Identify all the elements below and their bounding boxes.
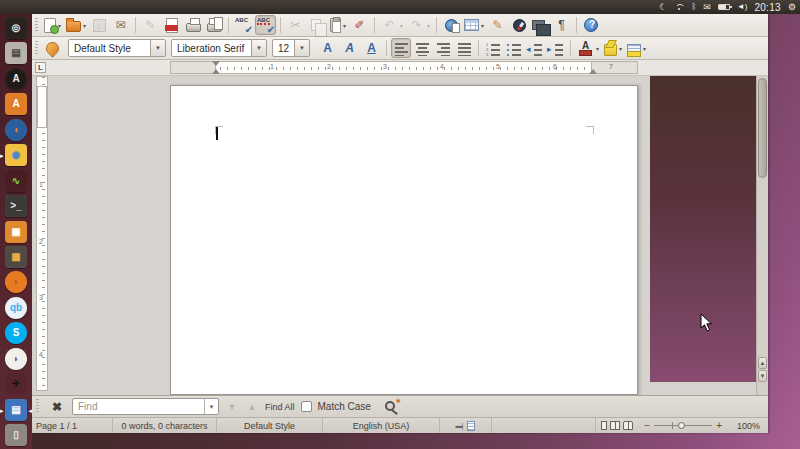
toolbar-handle[interactable] <box>35 18 38 33</box>
undo-button[interactable]: ↶▾ <box>379 15 405 35</box>
edit-file-button[interactable]: ✎ <box>140 15 161 35</box>
moon-icon[interactable]: ☾ <box>659 3 667 12</box>
hanging-indent-marker[interactable] <box>212 69 220 74</box>
bluetooth-icon[interactable]: ᛒ <box>691 3 696 11</box>
styles-sidebar-button[interactable] <box>42 38 62 58</box>
draw-functions-button[interactable]: ✎ <box>487 15 508 35</box>
find-input[interactable]: Find ▼ <box>72 398 219 415</box>
find-next-button[interactable]: ▼ <box>225 402 239 412</box>
toolbar-handle[interactable] <box>35 41 38 56</box>
zoom-level[interactable]: 100% <box>728 418 768 433</box>
right-indent-marker[interactable] <box>589 69 597 74</box>
bold-button[interactable]: A <box>317 38 338 58</box>
highlighting-button[interactable]: ▾ <box>602 38 624 58</box>
battery-icon[interactable] <box>718 4 730 10</box>
launcher-item-dash-home[interactable]: ▸ ◎ ◂ <box>0 16 32 40</box>
launcher-item-a-circle-app[interactable]: ▸ A ◂ <box>0 67 32 91</box>
underline-button[interactable]: A <box>361 38 382 58</box>
spelling-button[interactable] <box>233 15 254 35</box>
multi-page-view-button[interactable] <box>610 421 620 430</box>
chevron-down-icon[interactable]: ▼ <box>204 399 218 414</box>
selection-mode-icon[interactable] <box>467 421 475 431</box>
launcher-item-software-center[interactable]: ▸ A ◂ <box>0 92 32 116</box>
numbered-list-button[interactable] <box>483 38 503 58</box>
export-pdf-button[interactable] <box>162 15 182 35</box>
word-count[interactable]: 0 words, 0 characters <box>113 418 217 433</box>
navigator-button[interactable] <box>509 15 529 35</box>
document-page[interactable] <box>170 85 638 395</box>
launcher-item-firefox[interactable]: ▸ ◖ ◂ <box>0 118 32 142</box>
increase-indent-button[interactable] <box>546 38 566 58</box>
find-and-replace-icon[interactable] <box>385 401 395 411</box>
align-center-button[interactable] <box>412 38 432 58</box>
bullet-list-button[interactable] <box>504 38 524 58</box>
zoom-out-button[interactable]: − <box>644 421 650 431</box>
scrollbar-thumb[interactable] <box>758 78 767 178</box>
chevron-down-icon[interactable]: ▼ <box>251 40 266 56</box>
font-size-combo[interactable]: 12 ▼ <box>272 39 310 57</box>
launcher-item-photos[interactable]: ▸ ▣ ◂ <box>0 220 32 244</box>
zoom-thumb[interactable] <box>678 422 685 429</box>
scroll-up-button[interactable]: ▲ <box>758 357 767 369</box>
paste-button[interactable]: ▾ <box>328 15 348 35</box>
decrease-indent-button[interactable] <box>525 38 545 58</box>
redo-button[interactable]: ↷▾ <box>406 15 432 35</box>
zoom-track[interactable] <box>654 421 712 430</box>
paragraph-background-button[interactable]: ▾ <box>625 38 648 58</box>
save-button[interactable] <box>89 15 109 35</box>
launcher-item-trash[interactable]: ▸ ▯ ◂ <box>0 423 32 447</box>
copy-button[interactable] <box>307 15 327 35</box>
close-find-bar-icon[interactable]: ✖ <box>48 400 66 414</box>
vertical-ruler[interactable]: 1234 <box>36 76 48 391</box>
single-page-view-button[interactable] <box>601 421 607 430</box>
vertical-scrollbar[interactable]: ▲ ▼ <box>756 76 768 395</box>
paragraph-style-combo[interactable]: Default Style ▼ <box>68 39 166 57</box>
volume-icon[interactable]: ◄) <box>737 3 748 11</box>
launcher-item-qbittorrent[interactable]: ▸ qb ◂ <box>0 296 32 320</box>
find-previous-button[interactable]: ▲ <box>245 402 259 412</box>
gallery-button[interactable] <box>530 15 550 35</box>
italic-button[interactable]: A <box>339 38 360 58</box>
page-count[interactable]: Page 1 / 1 <box>32 418 113 433</box>
insert-table-button[interactable]: ▾ <box>462 15 486 35</box>
chevron-down-icon[interactable]: ▼ <box>150 40 165 56</box>
find-all-button[interactable]: Find All <box>265 402 295 412</box>
mail-icon[interactable]: ✉ <box>703 3 711 12</box>
font-color-button[interactable]: A▾ <box>575 38 601 58</box>
insert-mode-icon[interactable]: ▬| <box>456 422 463 429</box>
email-document-button[interactable]: ✉ <box>110 15 131 35</box>
formatting-marks-button[interactable]: ¶ <box>551 15 572 35</box>
open-button[interactable]: ▾ <box>64 15 88 35</box>
wifi-icon[interactable] <box>674 4 684 10</box>
launcher-item-pidgin[interactable]: ▸ ◗ ◂ <box>0 347 32 371</box>
book-view-button[interactable] <box>623 421 633 430</box>
clone-formatting-button[interactable]: ✐ <box>349 15 370 35</box>
tab-stop-selector[interactable]: L <box>35 62 46 73</box>
match-case-checkbox[interactable] <box>301 401 312 412</box>
justify-button[interactable] <box>454 38 474 58</box>
font-name-combo[interactable]: Liberation Serif ▼ <box>171 39 267 57</box>
launcher-item-media-player[interactable]: ▸ ▦ ◂ <box>0 245 32 269</box>
align-right-button[interactable] <box>433 38 453 58</box>
launcher-item-libreoffice-writer[interactable]: ▸ ▤ ◂ <box>0 398 32 422</box>
launcher-item-music-player[interactable]: ▸ ◗ ◂ <box>0 270 32 294</box>
launcher-item-chromium[interactable]: ▸ ◉ ◂ <box>0 143 32 167</box>
chevron-down-icon[interactable]: ▼ <box>294 40 309 56</box>
launcher-item-skype[interactable]: ▸ S ◂ <box>0 321 32 345</box>
hyperlink-button[interactable] <box>441 15 461 35</box>
horizontal-ruler[interactable]: 1234567 <box>170 61 638 74</box>
launcher-item-terminal[interactable]: ▸ >_ ◂ <box>0 194 32 218</box>
new-document-button[interactable]: ▾ <box>42 15 63 35</box>
page-style[interactable]: Default Style <box>217 418 323 433</box>
zoom-in-button[interactable]: + <box>716 421 722 431</box>
launcher-item-system-monitor[interactable]: ▸ ∿ ◂ <box>0 169 32 193</box>
print-button[interactable] <box>183 15 203 35</box>
first-line-indent-marker[interactable] <box>212 61 220 66</box>
cut-button[interactable]: ✂ <box>285 15 306 35</box>
auto-spellcheck-button[interactable] <box>255 15 276 35</box>
align-left-button[interactable] <box>391 38 411 58</box>
toolbar-handle[interactable] <box>36 399 39 414</box>
launcher-item-files[interactable]: ▸ ▤ ◂ <box>0 41 32 65</box>
text-language[interactable]: English (USA) <box>323 418 440 433</box>
print-preview-button[interactable] <box>204 15 224 35</box>
